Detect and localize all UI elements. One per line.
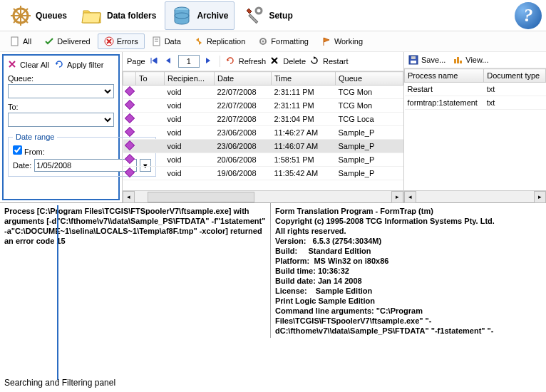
diamond-icon [124, 113, 134, 123]
side-grid[interactable]: Process name Document type Restarttxtfor… [404, 68, 546, 190]
scroll-thumb[interactable] [148, 192, 254, 202]
col-proc[interactable]: Process name [405, 69, 484, 83]
cell-date: 22/07/2008 [215, 99, 272, 113]
save-icon [408, 55, 418, 65]
delete-button[interactable]: Delete [270, 56, 306, 66]
table-row[interactable]: Restarttxt [405, 83, 546, 96]
clear-all-button[interactable]: Clear All [8, 60, 49, 70]
save-button[interactable]: Save... [408, 55, 445, 65]
col-date[interactable]: Date [215, 72, 272, 86]
next-page-icon[interactable] [204, 56, 214, 66]
flag-icon [321, 36, 331, 46]
col-time[interactable]: Time [272, 72, 336, 86]
cell-date: 22/07/2008 [215, 113, 272, 126]
cell-rec: void [165, 126, 215, 140]
table-row[interactable]: void22/07/20082:31:04 PMTCG Loca [123, 113, 403, 126]
prev-page-icon[interactable] [164, 56, 174, 66]
cell-queue: Sample_P [336, 167, 403, 180]
top-setup[interactable]: Setup [237, 2, 298, 29]
apply-filter-button[interactable]: Apply filter [55, 60, 103, 70]
cell-queue: Sample_P [336, 140, 403, 153]
cell-time: 2:31:04 PM [272, 113, 336, 126]
clear-all-label: Clear All [20, 61, 49, 69]
scroll-left-icon[interactable]: ◂ [123, 191, 135, 203]
top-archive[interactable]: Archive [165, 1, 235, 30]
cell-rec: void [165, 153, 215, 167]
filter-panel: Clear All Apply filter Queue: To: Date r… [2, 54, 120, 200]
cell-rec: void [165, 140, 215, 153]
page-input[interactable] [178, 55, 200, 68]
tab-all-label: All [23, 37, 31, 46]
view-button[interactable]: View... [453, 55, 488, 65]
to-label: To: [8, 103, 19, 111]
help-button[interactable]: ? [515, 2, 542, 29]
view-label: View... [465, 56, 488, 64]
cell-rec: void [165, 86, 215, 99]
tab-replication[interactable]: Replication [188, 34, 251, 48]
date-range-legend: Date range [13, 133, 57, 141]
col-doc[interactable]: Document type [484, 69, 546, 83]
to-select[interactable] [8, 113, 114, 127]
log-left[interactable]: Process [C:\Program Files\TCGIS\FTSpoole… [0, 203, 271, 338]
caption-text: Searching and Filtering panel [4, 378, 115, 388]
top-toolbar: Queues Data folders Archive Setup ? [0, 0, 546, 31]
cell-queue: TCG Mon [336, 86, 403, 99]
top-queues[interactable]: Queues [4, 2, 73, 29]
col-to[interactable]: To [136, 72, 165, 86]
scroll-right-icon[interactable]: ▸ [534, 191, 546, 203]
cell-queue: Sample_P [336, 153, 403, 167]
cell-to [136, 153, 165, 167]
tab-formatting[interactable]: Formatting [252, 34, 314, 48]
from-checkbox-wrap[interactable]: From: [13, 148, 45, 156]
tab-replication-label: Replication [207, 37, 245, 46]
first-page-icon[interactable] [150, 56, 160, 66]
wheel-icon [10, 5, 31, 26]
tab-data-label: Data [165, 37, 181, 46]
tab-delivered-label: Delivered [57, 37, 90, 46]
check-icon [44, 36, 54, 46]
cell-to [136, 99, 165, 113]
view-icon [453, 55, 463, 65]
cell-doc: txt [484, 83, 546, 96]
cell-time: 2:31:11 PM [272, 99, 336, 113]
main-grid[interactable]: To Recipien... Date Time Queue void22/07… [123, 71, 403, 190]
cell-time: 11:46:27 AM [272, 126, 336, 140]
error-icon [104, 36, 114, 46]
top-datafolders[interactable]: Data folders [76, 2, 162, 29]
restart-label: Restart [323, 57, 348, 66]
tab-errors[interactable]: Errors [98, 33, 145, 49]
table-row[interactable]: void23/06/200811:46:27 AMSample_P [123, 126, 403, 140]
cell-to [136, 140, 165, 153]
cell-date: 19/06/2008 [215, 167, 272, 180]
queue-select[interactable] [8, 84, 114, 98]
tab-data[interactable]: Data [146, 34, 187, 48]
table-row[interactable]: void23/06/200811:46:07 AMSample_P [123, 140, 403, 153]
from-checkbox[interactable] [13, 145, 22, 155]
replication-icon [194, 36, 204, 46]
side-hscroll[interactable]: ◂ ▸ [404, 190, 546, 202]
table-row[interactable]: void22/07/20082:31:11 PMTCG Mon [123, 86, 403, 99]
scroll-left-icon[interactable]: ◂ [404, 191, 416, 203]
refresh-icon [226, 56, 236, 66]
svg-rect-8 [249, 14, 258, 23]
tab-working[interactable]: Working [316, 34, 369, 48]
cell-proc: formtrap:1statement [405, 96, 484, 110]
top-archive-label: Archive [197, 11, 228, 21]
diamond-icon [124, 154, 134, 164]
col-recipien[interactable]: Recipien... [165, 72, 215, 86]
tab-delivered[interactable]: Delivered [38, 34, 96, 48]
grid-hscroll[interactable]: ◂ ▸ [123, 190, 403, 202]
table-row[interactable]: void20/06/20081:58:51 PMSample_P [123, 153, 403, 167]
table-row[interactable]: void19/06/200811:35:42 AMSample_P [123, 167, 403, 180]
cell-date: 23/06/2008 [215, 140, 272, 153]
refresh-button[interactable]: Refresh [226, 56, 267, 66]
restart-button[interactable]: Restart [310, 56, 348, 66]
col-queue[interactable]: Queue [336, 72, 403, 86]
cell-rec: void [165, 99, 215, 113]
log-right[interactable]: Form Translation Program - FormTrap (tm)… [271, 203, 546, 338]
table-row[interactable]: formtrap:1statementtxt [405, 96, 546, 110]
scroll-right-icon[interactable]: ▸ [391, 191, 403, 203]
tab-all[interactable]: All [4, 34, 37, 48]
doc-icon [10, 36, 20, 46]
table-row[interactable]: void22/07/20082:31:11 PMTCG Mon [123, 99, 403, 113]
